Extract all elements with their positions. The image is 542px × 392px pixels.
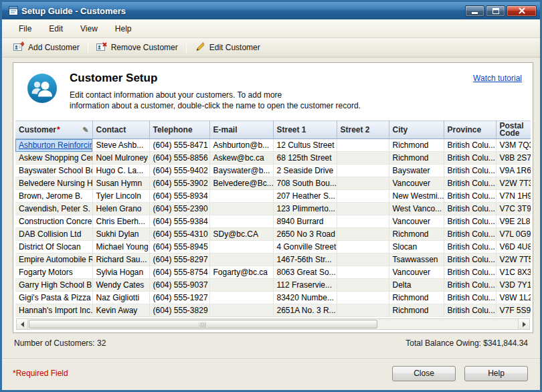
table-cell[interactable]: Richmond: [389, 152, 444, 165]
table-cell[interactable]: SDy@bc.CA: [209, 228, 273, 241]
table-cell[interactable]: Ashburton@b...: [209, 139, 273, 152]
scroll-right-arrow[interactable]: [518, 319, 529, 329]
table-cell[interactable]: (604) 555-3829: [149, 304, 209, 317]
table-cell[interactable]: [209, 279, 273, 292]
table-cell[interactable]: [209, 254, 273, 266]
table-row[interactable]: Ashburton ReinforcingSteve Ashb...(604) …: [15, 139, 531, 152]
table-cell[interactable]: [209, 203, 273, 215]
table-row[interactable]: Hannah's Import Inc.Kevin Away(604) 555-…: [15, 304, 531, 317]
table-cell[interactable]: 2651A No. 3 R...: [273, 304, 337, 317]
table-cell[interactable]: Richmond: [389, 292, 444, 304]
table-cell[interactable]: Hannah's Import Inc.: [15, 304, 92, 317]
table-cell[interactable]: 8940 Burrard: [273, 215, 337, 228]
table-row[interactable]: Askew Shopping Cen...Noel Mulroney(604) …: [15, 152, 531, 165]
table-cell[interactable]: Vancouver: [389, 177, 444, 190]
column-header-postal-code[interactable]: Postal Code: [496, 121, 531, 139]
table-cell[interactable]: 1467-56th Str...: [273, 254, 337, 266]
table-cell[interactable]: [209, 304, 273, 317]
table-cell[interactable]: British Colu...: [444, 177, 496, 190]
menu-item-view[interactable]: View: [72, 21, 106, 37]
table-cell[interactable]: Steve Ashb...: [92, 139, 149, 152]
table-cell[interactable]: British Colu...: [444, 152, 496, 165]
table-cell[interactable]: British Colu...: [444, 165, 496, 177]
table-cell[interactable]: 68 125th Street: [273, 152, 337, 165]
table-cell[interactable]: [337, 177, 389, 190]
table-cell[interactable]: (604) 555-8297: [149, 254, 209, 266]
table-cell[interactable]: Chris Eberh...: [92, 215, 149, 228]
table-row[interactable]: Bayswater School Bo...Hugo C. La...(604)…: [15, 165, 531, 177]
table-cell[interactable]: Empire Automobile R...: [15, 254, 92, 266]
column-header-contact[interactable]: Contact: [92, 121, 149, 139]
column-header-telephone[interactable]: Telephone: [149, 121, 209, 139]
table-cell[interactable]: Richmond: [389, 139, 444, 152]
table-cell[interactable]: Susan Hymn: [92, 177, 149, 190]
table-cell[interactable]: Sukhi Dylan: [92, 228, 149, 241]
table-cell[interactable]: V7F 5S9: [496, 304, 531, 317]
table-cell[interactable]: (604) 555-8754: [149, 266, 209, 279]
table-cell[interactable]: Richmond: [389, 304, 444, 317]
table-cell[interactable]: (604) 555-1927: [149, 292, 209, 304]
table-cell[interactable]: V6D 4U8: [496, 241, 531, 254]
table-row[interactable]: Gigi's Pasta & PizzaNaz Gigliotti(604) 5…: [15, 292, 531, 304]
table-row[interactable]: Cavendish, Peter S.Helen Grano(604) 555-…: [15, 203, 531, 215]
table-cell[interactable]: Sylvia Hogan: [92, 266, 149, 279]
table-cell[interactable]: New Westmi...: [389, 190, 444, 203]
table-cell[interactable]: Helen Grano: [92, 203, 149, 215]
table-cell[interactable]: V2W 7T5: [496, 254, 531, 266]
table-cell[interactable]: (604) 555-4310: [149, 228, 209, 241]
table-cell[interactable]: 708 South Bou...: [273, 177, 337, 190]
column-header-city[interactable]: City: [389, 121, 444, 139]
table-cell[interactable]: Bayswater@b...: [209, 165, 273, 177]
table-cell[interactable]: Richmond: [389, 228, 444, 241]
table-cell[interactable]: 8063 Great So...: [273, 266, 337, 279]
table-cell[interactable]: Cavendish, Peter S.: [15, 203, 92, 215]
table-cell[interactable]: V9A 1R6: [496, 165, 531, 177]
table-cell[interactable]: West Vanco...: [389, 203, 444, 215]
table-row[interactable]: Belvedere Nursing H...Susan Hymn(604) 55…: [15, 177, 531, 190]
table-cell[interactable]: British Colu...: [444, 266, 496, 279]
table-row[interactable]: Construction Concre...Chris Eberh...(604…: [15, 215, 531, 228]
table-cell[interactable]: British Colu...: [444, 304, 496, 317]
table-cell[interactable]: 123 Plimmerto...: [273, 203, 337, 215]
table-cell[interactable]: British Colu...: [444, 292, 496, 304]
menu-item-file[interactable]: File: [10, 21, 40, 37]
column-header-customer[interactable]: Customer* ✎: [15, 121, 92, 139]
table-cell[interactable]: Askew Shopping Cen...: [15, 152, 92, 165]
table-cell[interactable]: British Colu...: [444, 254, 496, 266]
table-cell[interactable]: British Colu...: [444, 215, 496, 228]
table-cell[interactable]: [337, 215, 389, 228]
minimize-button[interactable]: [465, 5, 484, 17]
column-header-street2[interactable]: Street 2: [337, 121, 389, 139]
table-cell[interactable]: (604) 555-8856: [149, 152, 209, 165]
table-cell[interactable]: Gigi's Pasta & Pizza: [15, 292, 92, 304]
table-cell[interactable]: Garry High School Bo...: [15, 279, 92, 292]
table-cell[interactable]: Belvedere Nursing H...: [15, 177, 92, 190]
table-cell[interactable]: [337, 266, 389, 279]
column-header-email[interactable]: E-mail: [209, 121, 273, 139]
scrollbar-thumb[interactable]: [29, 320, 377, 328]
edit-customer-button[interactable]: Edit Customer: [189, 39, 266, 56]
table-cell[interactable]: [337, 241, 389, 254]
table-cell[interactable]: Askew@bc.ca: [209, 152, 273, 165]
table-cell[interactable]: Vancouver: [389, 215, 444, 228]
table-cell[interactable]: (604) 555-8934: [149, 190, 209, 203]
table-cell[interactable]: British Colu...: [444, 203, 496, 215]
table-cell[interactable]: Bayswater School Bo...: [15, 165, 92, 177]
table-cell[interactable]: (604) 555-9037: [149, 279, 209, 292]
table-row[interactable]: DAB Collision LtdSukhi Dylan(604) 555-43…: [15, 228, 531, 241]
remove-customer-button[interactable]: Remove Customer: [90, 39, 184, 56]
table-cell[interactable]: Naz Gigliotti: [92, 292, 149, 304]
table-cell[interactable]: [337, 279, 389, 292]
table-cell[interactable]: V3M 7Q3: [496, 139, 531, 152]
titlebar[interactable]: Setup Guide - Customers: [2, 2, 540, 19]
table-cell[interactable]: Hugo C. La...: [92, 165, 149, 177]
table-cell[interactable]: [337, 139, 389, 152]
table-cell[interactable]: (604) 555-3902: [149, 177, 209, 190]
table-cell[interactable]: British Colu...: [444, 190, 496, 203]
table-cell[interactable]: [209, 292, 273, 304]
table-cell[interactable]: 4 Gonville Street: [273, 241, 337, 254]
column-header-province[interactable]: Province: [444, 121, 496, 139]
table-cell[interactable]: V7L 0G9: [496, 228, 531, 241]
table-cell[interactable]: 207 Heather S...: [273, 190, 337, 203]
table-cell[interactable]: British Colu...: [444, 139, 496, 152]
